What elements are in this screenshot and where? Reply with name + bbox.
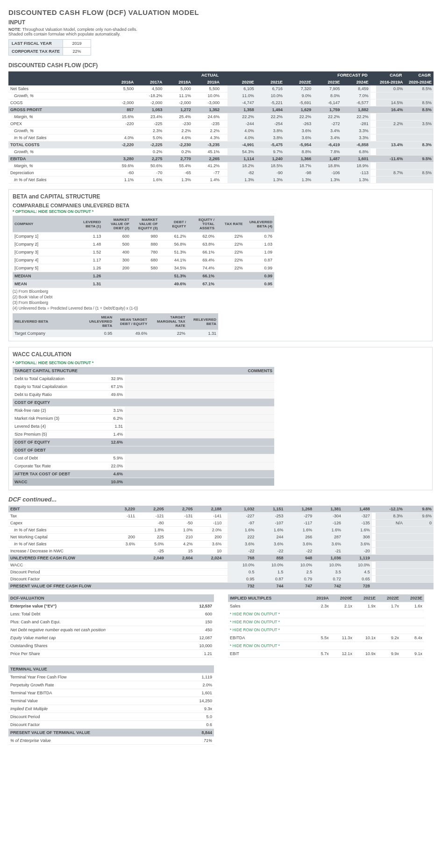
page-title: DISCOUNTED CASH FLOW (DCF) VALUATION MOD…: [8, 8, 433, 16]
note-text: NOTE: NOTE: Throughout Valuation Model, …: [8, 27, 139, 36]
input-heading: INPUT: [8, 19, 433, 26]
dcf-heading: DISCOUNTED CASH FLOW (DCF)DISCOUNTED CAS…: [8, 62, 433, 69]
implied-multiples-table: IMPLIED MULTIPLES2019A2020E2021E2022E202…: [228, 594, 424, 658]
dcf-continued: DCF continued...: [8, 496, 433, 503]
input-table: LAST FISCAL YEAR2019 CORPORATE TAX RATE2…: [8, 39, 91, 56]
terminal-value-table: TERMINAL VALUETerminal Year Free Cash Fl…: [8, 665, 214, 745]
beta-table: COMPANYLEVERED BETA (1)MARKET VALUE OF D…: [13, 216, 274, 288]
optional-note-2: * OPTIONAL: HIDE SECTION ON OUTPUT *: [13, 360, 428, 365]
beta-heading: BETA and CAPITAL STRUCTURE: [13, 193, 428, 200]
dcf-continued-table: EBIT3,2202,2052,7052,1881,0321,1511,2681…: [8, 506, 434, 590]
last-fiscal-year-value[interactable]: 2019: [63, 40, 91, 48]
relevered-beta-table: RELEVERED BETAMEAN UNLEVERED BETAMEAN TA…: [13, 313, 218, 337]
dcf-valuation-table: DCF-VALUATIONEnterprise value ("EV")12,5…: [8, 594, 214, 658]
optional-note-1: * OPTIONAL: HIDE SECTION ON OUTPUT *: [13, 209, 428, 214]
corp-tax-rate-value[interactable]: 22%: [63, 48, 91, 56]
wacc-table: TARGET CAPITAL STRUCTURECOMMENTSDebt to …: [13, 367, 274, 486]
dcf-table: ACTUALFORECAST PDCAGRCAGR2016A2017A2018A…: [8, 71, 434, 183]
corp-tax-rate-label: CORPORATE TAX RATE: [9, 48, 63, 56]
last-fiscal-year-label: LAST FISCAL YEAR: [9, 40, 63, 48]
wacc-heading: WACC CALCULATION: [13, 351, 428, 358]
comp-heading: COMPARABLE COMPANIES UNLEVERED BETA: [13, 203, 428, 208]
